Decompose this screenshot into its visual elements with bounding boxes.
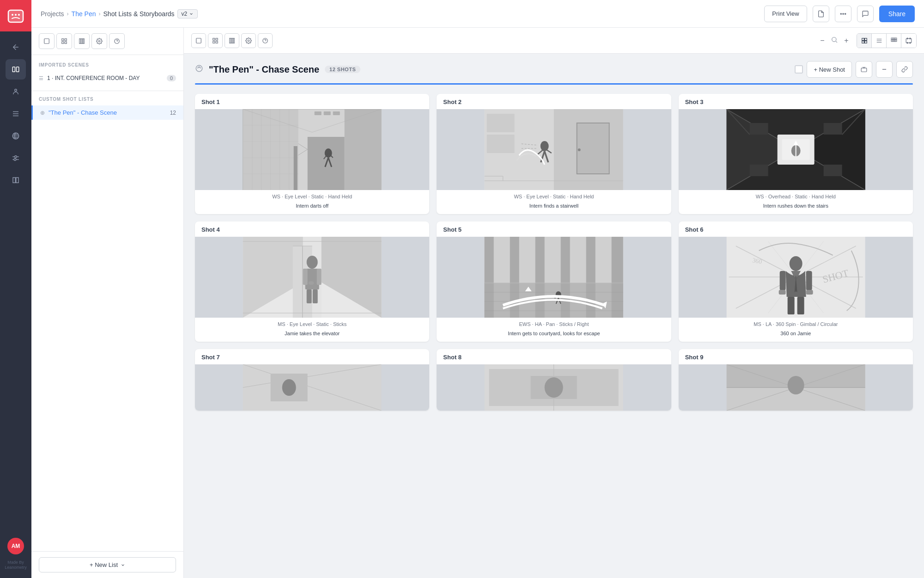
sidebar-tool-settings[interactable] (91, 33, 107, 49)
shot-card-7[interactable]: Shot 7 (195, 349, 429, 411)
svg-point-18 (840, 13, 841, 14)
nav-characters[interactable] (6, 81, 26, 102)
svg-rect-32 (196, 38, 201, 43)
avatar[interactable]: AM (7, 538, 24, 554)
view-toggle-list[interactable] (872, 34, 887, 48)
shot-card-3[interactable]: Shot 3 (679, 94, 913, 214)
svg-rect-45 (862, 38, 864, 40)
svg-point-64 (199, 67, 200, 68)
scene-icon: ☰ (39, 75, 43, 81)
custom-shot-lists-title: CUSTOM SHOT LISTS (31, 97, 183, 105)
shot-7-image (195, 364, 429, 411)
zoom-in-button[interactable]: + (840, 34, 853, 47)
svg-point-146 (309, 281, 314, 285)
svg-rect-152 (485, 237, 494, 318)
svg-rect-145 (313, 289, 318, 303)
view-toggle-group (857, 33, 917, 48)
svg-point-2 (12, 14, 13, 16)
nav-globe[interactable] (6, 126, 26, 146)
sidebar-scene-item[interactable]: ☰ 1 · INT. CONFERENCE ROOM - DAY 0 (31, 71, 183, 85)
nav-back[interactable] (6, 37, 26, 57)
svg-rect-54 (895, 38, 897, 40)
shot-7-header: Shot 7 (195, 349, 429, 364)
print-view-button[interactable]: Print View (764, 6, 807, 22)
share-button[interactable]: Share (879, 6, 915, 22)
shot-card-1[interactable]: Shot 1 (195, 94, 429, 214)
main-wrapper: Projects › The Pen › Shot Lists & Storyb… (31, 0, 924, 578)
version-badge[interactable]: v2 (177, 9, 198, 18)
svg-rect-36 (216, 41, 218, 43)
shot-3-meta: WS · Overhead · Static · Hand Held (679, 190, 913, 201)
svg-rect-58 (906, 38, 912, 43)
nav-list[interactable] (6, 104, 26, 124)
shot-4-header: Shot 4 (195, 221, 429, 237)
panel-tool-frame[interactable] (191, 33, 206, 48)
svg-rect-142 (303, 269, 308, 285)
svg-point-193 (282, 379, 296, 396)
svg-point-179 (789, 256, 802, 271)
shot-card-2[interactable]: Shot 2 (437, 94, 671, 214)
custom-shot-list-item[interactable]: ⊕ "The Pen" - Chase Scene 12 (31, 105, 183, 120)
camera-icon-btn[interactable] (856, 61, 872, 78)
shots-grid-container: Shot 1 (184, 85, 924, 578)
shot-card-9[interactable]: Shot 9 (679, 349, 913, 411)
sidebar-tool-columns[interactable] (74, 33, 90, 49)
nav-settings[interactable] (6, 148, 26, 168)
shot-card-8[interactable]: Shot 8 (437, 349, 671, 411)
custom-list-icon: ⊕ (40, 110, 45, 116)
svg-rect-23 (65, 39, 67, 41)
svg-point-40 (248, 40, 249, 42)
breadcrumb-pen[interactable]: The Pen (72, 10, 96, 18)
new-list-button[interactable]: + New List (39, 557, 176, 572)
svg-rect-151 (485, 237, 623, 283)
svg-rect-47 (862, 41, 864, 43)
select-all-checkbox[interactable] (795, 65, 803, 74)
svg-rect-182 (806, 271, 812, 290)
nav-storyboard[interactable] (6, 59, 26, 80)
panel-tool-columns[interactable] (225, 33, 239, 48)
svg-rect-22 (62, 39, 64, 41)
svg-rect-65 (861, 68, 867, 72)
sidebar-tool-grid[interactable] (56, 33, 72, 49)
svg-rect-38 (231, 38, 233, 43)
app-logo[interactable] (0, 0, 31, 31)
sidebar-tool-frame[interactable] (39, 33, 55, 49)
new-shot-button[interactable]: + New Shot (807, 61, 852, 78)
svg-point-16 (15, 156, 17, 158)
minus-icon-btn[interactable] (876, 61, 893, 78)
svg-rect-93 (324, 111, 331, 115)
view-toggle-grid3[interactable] (887, 34, 901, 48)
view-toggle-grid2[interactable] (857, 34, 872, 48)
link-icon-btn[interactable] (896, 61, 913, 78)
panel-tool-grid4[interactable] (208, 33, 223, 48)
shot-card-6[interactable]: Shot 6 (679, 221, 913, 342)
zoom-out-button[interactable]: − (816, 34, 829, 47)
nav-book[interactable] (6, 170, 26, 191)
svg-point-17 (14, 159, 16, 161)
nav-comment-icon-btn[interactable] (857, 6, 874, 22)
shot-card-5[interactable]: Shot 5 (437, 221, 671, 342)
panel-tool-help[interactable] (258, 33, 273, 48)
svg-rect-144 (307, 289, 312, 303)
svg-rect-155 (561, 237, 570, 318)
svg-point-19 (843, 13, 844, 14)
svg-point-7 (15, 89, 17, 92)
shot-5-header: Shot 5 (437, 221, 671, 237)
panel-tool-settings[interactable] (241, 33, 256, 48)
svg-rect-81 (294, 146, 298, 190)
view-toggle-film[interactable] (901, 34, 916, 48)
icon-bar-nav (0, 31, 31, 538)
shot-1-image (195, 109, 429, 190)
svg-rect-128 (823, 123, 842, 135)
svg-rect-53 (893, 38, 895, 40)
shot-6-desc: 360 on Jamie (679, 329, 913, 342)
made-by-label: Made By Leanometry (5, 560, 27, 571)
nav-document-icon-btn[interactable] (813, 6, 829, 22)
nav-more-icon-btn[interactable] (835, 6, 851, 22)
svg-point-198 (545, 377, 563, 398)
breadcrumb-projects[interactable]: Projects (41, 10, 64, 18)
shot-4-meta: MS · Eye Level · Static · Sticks (195, 318, 429, 329)
sidebar-tool-help[interactable] (109, 33, 125, 49)
shot-card-4[interactable]: Shot 4 (195, 221, 429, 342)
svg-rect-52 (891, 38, 893, 40)
